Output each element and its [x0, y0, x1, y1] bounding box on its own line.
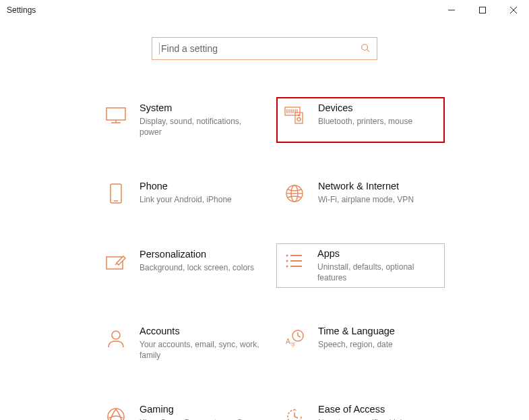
tile-desc: Wi-Fi, airplane mode, VPN [318, 194, 438, 205]
svg-point-26 [286, 254, 288, 256]
minimize-icon [448, 7, 455, 13]
tile-title: Personalization [139, 249, 259, 260]
tile-title: System [139, 102, 259, 113]
tile-title: Gaming [139, 404, 259, 415]
svg-rect-19 [111, 184, 121, 203]
devices-icon [283, 104, 306, 127]
maximize-button[interactable] [467, 0, 498, 20]
svg-line-35 [298, 336, 301, 337]
tile-desc: Speech, region, date [318, 339, 438, 350]
apps-icon [282, 249, 305, 272]
tile-accounts[interactable]: Accounts Your accounts, email, sync, wor… [98, 320, 266, 366]
tile-title: Accounts [139, 326, 259, 336]
ease-of-access-icon [283, 405, 306, 420]
content-area: System Display, sound, notifications, po… [0, 20, 529, 420]
search-wrap [0, 37, 529, 60]
svg-point-4 [362, 44, 368, 50]
tile-system[interactable]: System Display, sound, notifications, po… [98, 97, 266, 143]
tile-desc: Link your Android, iPhone [139, 194, 259, 205]
tile-personalization[interactable]: Personalization Background, lock screen,… [98, 243, 266, 288]
window-title: Settings [7, 5, 36, 15]
tile-desc: Background, lock screen, colors [139, 262, 259, 273]
tile-network[interactable]: Network & Internet Wi-Fi, airplane mode,… [276, 175, 445, 210]
search-input[interactable] [161, 43, 370, 54]
tile-desc: Narrator, magnifier, high [318, 417, 438, 420]
svg-marker-39 [294, 409, 297, 411]
window-controls [436, 0, 529, 20]
globe-icon [283, 182, 306, 205]
svg-text:A: A [286, 338, 290, 345]
personalization-icon [104, 250, 127, 273]
tile-devices[interactable]: Devices Bluetooth, printers, mouse [276, 97, 445, 143]
tile-desc: Bluetooth, printers, mouse [318, 116, 438, 127]
gaming-icon [104, 405, 127, 420]
svg-point-38 [108, 409, 124, 420]
svg-line-41 [294, 417, 298, 418]
tile-title: Network & Internet [318, 181, 438, 191]
svg-text:字: 字 [290, 342, 296, 348]
svg-point-32 [112, 331, 120, 339]
tile-title: Apps [317, 248, 439, 259]
tile-apps[interactable]: Apps Uninstall, defaults, optional featu… [276, 243, 445, 288]
close-icon [510, 7, 517, 13]
titlebar: Settings [0, 0, 529, 20]
tile-phone[interactable]: Phone Link your Android, iPhone [98, 175, 266, 210]
tile-ease-of-access[interactable]: Ease of Access Narrator, magnifier, high [276, 398, 445, 420]
search-box[interactable] [152, 37, 377, 60]
svg-point-18 [297, 118, 301, 121]
text-caret [159, 42, 160, 55]
system-icon [104, 104, 127, 127]
tile-desc: Uninstall, defaults, optional features [317, 262, 439, 283]
svg-rect-6 [106, 108, 125, 120]
tile-gaming[interactable]: Gaming Xbox Game Bar, captures, Game [98, 398, 266, 420]
svg-rect-1 [480, 7, 486, 13]
svg-line-25 [115, 263, 117, 265]
svg-point-28 [286, 260, 288, 262]
tile-time-language[interactable]: A字 Time & Language Speech, region, date [276, 320, 445, 366]
tile-title: Devices [318, 102, 438, 113]
tile-title: Time & Language [318, 326, 438, 336]
tile-desc: Display, sound, notifications, power [139, 116, 259, 138]
svg-line-5 [367, 49, 369, 51]
tile-title: Ease of Access [318, 404, 438, 415]
maximize-icon [479, 7, 486, 13]
phone-icon [104, 182, 127, 205]
tile-title: Phone [139, 181, 259, 191]
search-icon [361, 43, 370, 55]
time-language-icon: A字 [283, 327, 306, 350]
tile-desc: Your accounts, email, sync, work, family [139, 339, 259, 361]
accounts-icon [104, 327, 127, 350]
close-button[interactable] [498, 0, 529, 20]
settings-grid: System Display, sound, notifications, po… [98, 97, 529, 420]
tile-desc: Xbox Game Bar, captures, Game [139, 417, 259, 420]
svg-point-30 [286, 265, 288, 267]
minimize-button[interactable] [436, 0, 467, 20]
